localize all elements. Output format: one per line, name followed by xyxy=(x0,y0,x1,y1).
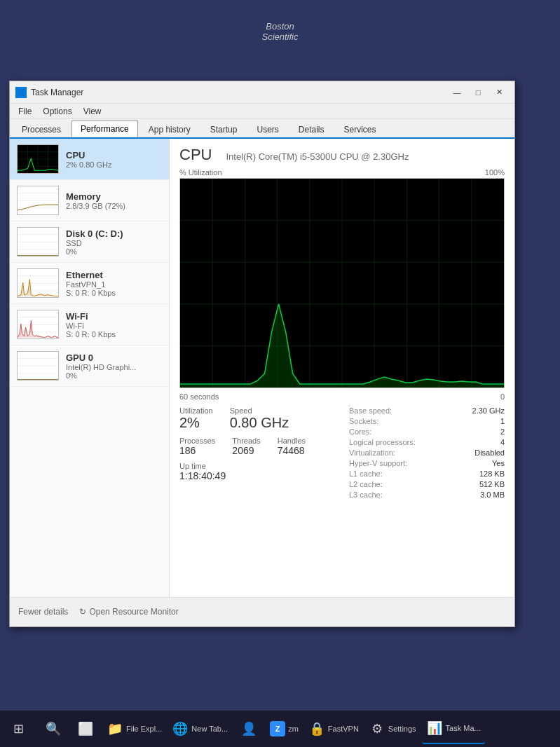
zoom-button[interactable]: Z zm xyxy=(266,713,303,744)
disk-sidebar-subtitle: SSD xyxy=(66,239,123,247)
tab-performance[interactable]: Performance xyxy=(71,121,138,137)
memory-sidebar-title: Memory xyxy=(66,191,125,202)
task-manager-taskbar-button[interactable]: 📊 Task Ma... xyxy=(422,713,485,744)
folder-icon: 📁 xyxy=(107,720,123,737)
sidebar-item-wifi[interactable]: Wi-Fi Wi-Fi S: 0 R: 0 Kbps xyxy=(10,304,169,345)
time-right: 0 xyxy=(500,392,505,401)
sockets-val: 1 xyxy=(500,417,505,425)
uptime-stat-value: 1:18:40:49 xyxy=(179,470,335,481)
new-tab-button[interactable]: 🌐 New Tab... xyxy=(168,713,232,744)
stats-area: Utilization 2% Speed 0.80 GHz Processes xyxy=(179,406,505,501)
uptime-stat: Up time 1:18:40:49 xyxy=(179,462,335,481)
fewer-details-link[interactable]: Fewer details xyxy=(18,607,68,617)
basespeed-val: 2.30 GHz xyxy=(472,406,505,415)
file-explorer-label: File Expl... xyxy=(126,725,162,733)
sockets-key: Sockets: xyxy=(349,417,378,425)
tab-app-history[interactable]: App history xyxy=(139,121,200,137)
svg-rect-1 xyxy=(22,88,26,92)
sidebar-item-cpu[interactable]: CPU 2% 0.80 GHz xyxy=(10,139,169,180)
memory-sidebar-subtitle: 2.8/3.9 GB (72%) xyxy=(66,202,125,210)
task-manager-taskbar-label: Task Ma... xyxy=(446,724,481,732)
processes-stat-label: Processes xyxy=(179,437,215,445)
sidebar-item-ethernet[interactable]: Ethernet FastVPN_1 S: 0 R: 0 Kbps xyxy=(10,263,169,304)
main-content: CPU 2% 0.80 GHz xyxy=(10,139,514,597)
taskview-icon: ⬜ xyxy=(77,720,94,737)
start-button[interactable]: ⊞ xyxy=(3,713,34,744)
l2cache-row: L2 cache: 512 KB xyxy=(349,480,505,488)
ethernet-sidebar-info: Ethernet FastVPN_1 S: 0 R: 0 Kbps xyxy=(66,270,116,297)
file-explorer-button[interactable]: 📁 File Expl... xyxy=(102,713,166,744)
sockets-row: Sockets: 1 xyxy=(349,417,505,425)
open-resource-monitor-link[interactable]: ↻ Open Resource Monitor xyxy=(79,607,178,617)
cpu-detail-panel: CPU Intel(R) Core(TM) i5-5300U CPU @ 2.3… xyxy=(170,139,514,597)
l1cache-key: L1 cache: xyxy=(349,470,383,478)
util-label-row: % Utilization 100% xyxy=(179,168,505,177)
l1cache-row: L1 cache: 128 KB xyxy=(349,470,505,478)
util-max: 100% xyxy=(485,168,505,177)
time-label: 60 seconds xyxy=(179,392,219,401)
logical-row: Logical processors: 4 xyxy=(349,438,505,446)
ethernet-sidebar-name: FastVPN_1 xyxy=(66,280,116,289)
title-bar: Task Manager — □ ✕ xyxy=(10,81,514,104)
gpu-sidebar-pct: 0% xyxy=(66,371,136,380)
wifi-thumbnail xyxy=(17,310,59,339)
hyperv-val: Yes xyxy=(492,459,505,467)
vpn-icon: 🔒 xyxy=(308,720,325,737)
stats-left: Utilization 2% Speed 0.80 GHz Processes xyxy=(179,406,335,501)
fastvpn-button[interactable]: 🔒 FastVPN xyxy=(304,713,363,744)
settings-icon: ⚙ xyxy=(369,720,385,737)
fastvpn-label: FastVPN xyxy=(328,725,359,733)
threads-stat-label: Threads xyxy=(232,437,260,445)
settings-button[interactable]: ⚙ Settings xyxy=(364,713,421,744)
sidebar-item-memory[interactable]: Memory 2.8/3.9 GB (72%) xyxy=(10,180,169,221)
menu-options[interactable]: Options xyxy=(37,105,77,118)
search-icon: 🔍 xyxy=(45,720,62,737)
menu-file[interactable]: File xyxy=(13,105,37,118)
gpu-thumbnail xyxy=(17,351,59,381)
util-stat-value: 2% xyxy=(179,415,213,431)
gpu-sidebar-info: GPU 0 Intel(R) HD Graphi... 0% xyxy=(66,352,136,380)
tab-processes[interactable]: Processes xyxy=(13,121,70,137)
tab-users[interactable]: Users xyxy=(247,121,287,137)
proc-thread-row: Processes 186 Threads 2069 Handles 74468 xyxy=(179,437,335,462)
basespeed-key: Base speed: xyxy=(349,406,392,415)
user-button[interactable]: 👤 xyxy=(233,713,264,744)
tab-services[interactable]: Services xyxy=(335,121,385,137)
threads-stat-value: 2069 xyxy=(232,445,260,456)
sidebar-item-gpu[interactable]: GPU 0 Intel(R) HD Graphi... 0% xyxy=(10,345,169,387)
hyperv-row: Hyper-V support: Yes xyxy=(349,459,505,467)
user-icon: 👤 xyxy=(240,720,257,737)
speed-stat-value: 0.80 GHz xyxy=(230,415,289,431)
sidebar-item-disk[interactable]: Disk 0 (C: D:) SSD 0% xyxy=(10,221,169,263)
ethernet-sidebar-speed: S: 0 R: 0 Kbps xyxy=(66,289,116,297)
logical-key: Logical processors: xyxy=(349,438,416,446)
svg-rect-3 xyxy=(22,93,26,97)
monitor-icon: ↻ xyxy=(79,607,86,617)
bottom-bar: Fewer details ↻ Open Resource Monitor xyxy=(10,597,514,625)
minimize-button[interactable]: — xyxy=(447,85,467,100)
disk-thumbnail xyxy=(17,227,59,256)
taskview-button[interactable]: ⬜ xyxy=(70,713,101,744)
close-button[interactable]: ✕ xyxy=(489,85,509,100)
maximize-button[interactable]: □ xyxy=(468,85,488,100)
tab-details[interactable]: Details xyxy=(289,121,334,137)
disk-sidebar-pct: 0% xyxy=(66,247,123,256)
cores-key: Cores: xyxy=(349,427,371,436)
util-label: % Utilization xyxy=(179,168,222,177)
sidebar: CPU 2% 0.80 GHz xyxy=(10,139,170,597)
processes-stat-value: 186 xyxy=(179,445,215,456)
zoom-icon: Z xyxy=(270,721,285,736)
search-button[interactable]: 🔍 xyxy=(38,713,69,744)
virt-val: Disabled xyxy=(474,448,505,457)
memory-sidebar-info: Memory 2.8/3.9 GB (72%) xyxy=(66,191,125,210)
uptime-stat-label: Up time xyxy=(179,462,335,470)
utilization-stat: Utilization 2% xyxy=(179,406,213,431)
tab-startup[interactable]: Startup xyxy=(201,121,247,137)
cpu-header: CPU Intel(R) Core(TM) i5-5300U CPU @ 2.3… xyxy=(179,146,505,164)
taskbar: ⊞ 🔍 ⬜ 📁 File Expl... 🌐 New Tab... 👤 Z zm… xyxy=(0,711,560,747)
menu-view[interactable]: View xyxy=(78,105,107,118)
cpu-title: CPU xyxy=(179,146,212,164)
new-tab-label: New Tab... xyxy=(191,725,228,733)
zoom-label: zm xyxy=(288,725,299,733)
gpu-sidebar-title: GPU 0 xyxy=(66,352,136,363)
